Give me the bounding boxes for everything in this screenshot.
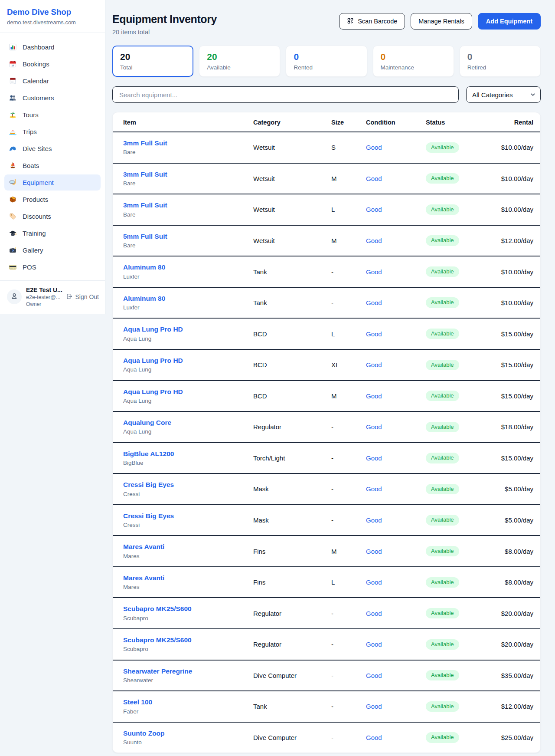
item-brand: Cressi bbox=[123, 491, 253, 498]
item-rental-rate: $5.00/day bbox=[484, 473, 541, 505]
sidebar-item-dive-sites[interactable]: Dive Sites bbox=[4, 141, 101, 157]
scan-barcode-label: Scan Barcode bbox=[358, 18, 397, 25]
item-condition-link[interactable]: Good bbox=[366, 610, 382, 617]
item-category: Wetsuit bbox=[253, 163, 331, 194]
item-name-link[interactable]: Scubapro MK25/S600 bbox=[123, 636, 192, 644]
sidebar-item-gallery[interactable]: Gallery bbox=[4, 242, 101, 258]
item-size: XL bbox=[331, 349, 366, 381]
sidebar-item-discounts[interactable]: Discounts bbox=[4, 208, 101, 224]
item-name-link[interactable]: Aqualung Core bbox=[123, 418, 171, 427]
item-name-link[interactable]: Suunto Zoop bbox=[123, 729, 165, 737]
item-name-link[interactable]: Shearwater Peregrine bbox=[123, 667, 192, 675]
item-condition-link[interactable]: Good bbox=[366, 734, 382, 741]
page-title: Equipment Inventory bbox=[112, 13, 217, 26]
item-name-link[interactable]: Mares Avanti bbox=[123, 574, 164, 582]
table-row: Steel 100 Faber Tank - Good Available $1… bbox=[113, 691, 541, 722]
item-category: BCD bbox=[253, 381, 331, 412]
item-category: Mask bbox=[253, 505, 331, 536]
status-badge: Available bbox=[426, 577, 459, 588]
item-condition-link[interactable]: Good bbox=[366, 548, 382, 555]
stat-value: 0 bbox=[467, 52, 533, 62]
sidebar-item-dashboard[interactable]: Dashboard bbox=[4, 39, 101, 55]
sidebar-item-products[interactable]: Products bbox=[4, 191, 101, 207]
page-title-block: Equipment Inventory 20 items total bbox=[112, 13, 217, 36]
sidebar-item-training[interactable]: Training bbox=[4, 225, 101, 241]
sidebar-item-trips[interactable]: Trips bbox=[4, 124, 101, 140]
item-size: M bbox=[331, 536, 366, 567]
item-condition-link[interactable]: Good bbox=[366, 361, 382, 368]
column-header-item: Item bbox=[113, 112, 253, 132]
add-equipment-button[interactable]: Add Equipment bbox=[478, 13, 541, 30]
item-condition-link[interactable]: Good bbox=[366, 703, 382, 710]
sidebar-item-tours[interactable]: Tours bbox=[4, 107, 101, 123]
item-condition-link[interactable]: Good bbox=[366, 175, 382, 182]
item-name-link[interactable]: Mares Avanti bbox=[123, 542, 164, 551]
customers-icon bbox=[9, 94, 17, 102]
item-name-link[interactable]: Cressi Big Eyes bbox=[123, 512, 174, 520]
item-size: L bbox=[331, 194, 366, 225]
item-rental-rate: $20.00/day bbox=[484, 629, 541, 660]
item-name-link[interactable]: Aluminum 80 bbox=[123, 294, 165, 302]
item-condition-link[interactable]: Good bbox=[366, 268, 382, 276]
sidebar-item-label: Boats bbox=[23, 162, 39, 169]
sign-out-button[interactable]: Sign Out bbox=[66, 293, 99, 301]
item-name-link[interactable]: 5mm Full Suit bbox=[123, 232, 167, 240]
item-category: Tank bbox=[253, 287, 331, 319]
user-name: E2E Test U... bbox=[26, 286, 62, 293]
table-row: Aqua Lung Pro HD Aqua Lung BCD M Good Av… bbox=[113, 381, 541, 412]
sidebar-item-bookings[interactable]: 17 Bookings bbox=[4, 56, 101, 72]
speedboat-icon bbox=[9, 128, 17, 136]
stat-card-available[interactable]: 20 Available bbox=[199, 46, 280, 77]
item-condition-link[interactable]: Good bbox=[366, 330, 382, 338]
scan-barcode-button[interactable]: Scan Barcode bbox=[339, 13, 405, 30]
item-condition-link[interactable]: Good bbox=[366, 423, 382, 431]
item-name-link[interactable]: Scubapro MK25/S600 bbox=[123, 605, 192, 613]
item-condition-link[interactable]: Good bbox=[366, 299, 382, 306]
sidebar-item-pos[interactable]: POS bbox=[4, 259, 101, 275]
status-badge: Available bbox=[426, 297, 459, 308]
category-select[interactable]: All Categories bbox=[466, 86, 541, 103]
stat-card-retired[interactable]: 0 Retired bbox=[460, 46, 541, 77]
equipment-table: Item Category Size Condition Status Rent… bbox=[113, 112, 541, 753]
manage-rentals-button[interactable]: Manage Rentals bbox=[411, 13, 472, 30]
item-name-link[interactable]: Aqua Lung Pro HD bbox=[123, 388, 183, 396]
item-name-link[interactable]: Steel 100 bbox=[123, 698, 152, 706]
item-condition-link[interactable]: Good bbox=[366, 516, 382, 524]
item-brand: Luxfer bbox=[123, 273, 253, 280]
sidebar-item-customers[interactable]: Customers bbox=[4, 90, 101, 106]
item-rental-rate: $10.00/day bbox=[484, 256, 541, 287]
search-input[interactable] bbox=[112, 86, 459, 103]
header-buttons: Scan Barcode Manage Rentals Add Equipmen… bbox=[339, 13, 541, 30]
stat-card-maintenance[interactable]: 0 Maintenance bbox=[373, 46, 454, 77]
item-condition-link[interactable]: Good bbox=[366, 144, 382, 151]
palm-island-icon bbox=[9, 111, 17, 119]
sidebar-item-label: Customers bbox=[23, 94, 54, 102]
item-name-link[interactable]: BigBlue AL1200 bbox=[123, 450, 174, 458]
item-condition-link[interactable]: Good bbox=[366, 237, 382, 244]
item-name-link[interactable]: Aqua Lung Pro HD bbox=[123, 325, 183, 333]
item-name-link[interactable]: 3mm Full Suit bbox=[123, 139, 167, 147]
item-name-link[interactable]: Aqua Lung Pro HD bbox=[123, 356, 183, 365]
wave-icon bbox=[9, 145, 17, 153]
stat-label: Total bbox=[120, 64, 186, 71]
stat-card-total[interactable]: 20 Total bbox=[112, 46, 193, 77]
sign-out-icon bbox=[66, 293, 73, 301]
sidebar-item-equipment[interactable]: Equipment bbox=[4, 174, 101, 191]
item-name-link[interactable]: 3mm Full Suit bbox=[123, 170, 167, 178]
item-name-link[interactable]: Cressi Big Eyes bbox=[123, 480, 174, 489]
table-row: Aqualung Core Aqua Lung Regulator - Good… bbox=[113, 411, 541, 443]
item-condition-link[interactable]: Good bbox=[366, 485, 382, 493]
item-condition-link[interactable]: Good bbox=[366, 206, 382, 213]
sidebar-nav: Dashboard 17 Bookings Calendar Customers… bbox=[0, 33, 105, 280]
item-condition-link[interactable]: Good bbox=[366, 579, 382, 586]
sidebar-item-boats[interactable]: Boats bbox=[4, 158, 101, 174]
item-condition-link[interactable]: Good bbox=[366, 454, 382, 462]
item-condition-link[interactable]: Good bbox=[366, 672, 382, 679]
table-row: Aqua Lung Pro HD Aqua Lung BCD XL Good A… bbox=[113, 349, 541, 381]
item-name-link[interactable]: 3mm Full Suit bbox=[123, 201, 167, 209]
item-condition-link[interactable]: Good bbox=[366, 641, 382, 648]
stat-card-rented[interactable]: 0 Rented bbox=[286, 46, 367, 77]
item-name-link[interactable]: Aluminum 80 bbox=[123, 263, 165, 271]
sidebar-item-calendar[interactable]: Calendar bbox=[4, 73, 101, 89]
item-condition-link[interactable]: Good bbox=[366, 392, 382, 400]
